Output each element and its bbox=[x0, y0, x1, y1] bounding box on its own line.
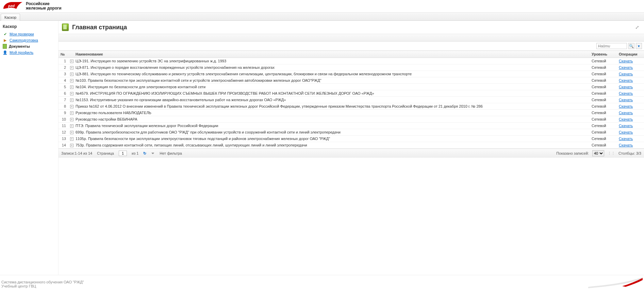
rzd-logo-icon: pzd bbox=[3, 1, 23, 11]
table-row[interactable]: 8+Приказ №162 от 4.06.2012 О внесении из… bbox=[59, 103, 644, 110]
col-header-ops[interactable]: Операции bbox=[617, 51, 644, 58]
table-row[interactable]: 1+ЦЭ-191. Инструкция по заземлению устро… bbox=[59, 58, 644, 64]
user-icon: 👤 bbox=[3, 50, 7, 55]
table-row[interactable]: 14+753р. Правила содержания контактной с… bbox=[59, 142, 644, 149]
expand-row-icon[interactable]: + bbox=[70, 98, 73, 102]
download-link[interactable]: Скачать bbox=[619, 72, 633, 76]
table-row[interactable]: 9+Руководство пользователя НАБЛЮДАТЕЛЬСе… bbox=[59, 110, 644, 116]
sidebar-item-profile[interactable]: 👤 Мой профиль bbox=[3, 49, 55, 56]
expand-row-icon[interactable]: + bbox=[70, 137, 73, 141]
row-level: Сетевой bbox=[590, 110, 617, 116]
row-num: 3 bbox=[59, 71, 68, 77]
row-name: ЦЭ-871. Инструкция о порядке восстановле… bbox=[73, 64, 590, 71]
expand-row-icon[interactable]: + bbox=[70, 60, 73, 63]
table-row[interactable]: 11+ПТЭ. Правила технической эксплуатации… bbox=[59, 123, 644, 129]
expand-row-icon[interactable]: + bbox=[70, 124, 73, 128]
col-header-expand bbox=[68, 51, 73, 58]
page-header: Главная страница ⤢ bbox=[59, 21, 644, 34]
row-num: 4 bbox=[59, 77, 68, 84]
download-link[interactable]: Скачать bbox=[619, 117, 633, 121]
expand-row-icon[interactable]: + bbox=[70, 111, 73, 115]
expand-row-icon[interactable]: + bbox=[70, 131, 73, 134]
table-row[interactable]: 6+№4579. ИНСТРУКЦИЯ ПО ОГРАЖДЕНИЮ ИЗОЛИР… bbox=[59, 90, 644, 97]
app-header: pzd Российские железные дороги bbox=[0, 0, 644, 13]
expand-row-icon[interactable]: + bbox=[70, 92, 73, 95]
download-link[interactable]: Скачать bbox=[619, 104, 633, 108]
download-link[interactable]: Скачать bbox=[619, 137, 633, 141]
download-link[interactable]: Скачать bbox=[619, 98, 633, 102]
row-level: Сетевой bbox=[590, 64, 617, 71]
page-footer: Система дистанционного обучения ОАО "РЖД… bbox=[0, 275, 644, 289]
expand-icon[interactable]: ⤢ bbox=[634, 25, 641, 30]
download-link[interactable]: Скачать bbox=[619, 143, 633, 147]
download-link[interactable]: Скачать bbox=[619, 59, 633, 63]
download-link[interactable]: Скачать bbox=[619, 130, 633, 134]
row-name: №104. Инструкция по безопасности для эле… bbox=[73, 84, 590, 90]
records-info: Записи:1-14 из 14 bbox=[61, 151, 92, 155]
row-name: ЦЭ-191. Инструкция по заземлению устройс… bbox=[73, 58, 590, 64]
page-size-select[interactable]: 40 bbox=[592, 150, 604, 156]
tab-kaskor[interactable]: Каскор bbox=[1, 14, 20, 21]
expand-row-icon[interactable]: + bbox=[70, 118, 73, 121]
table-footer: Записи:1-14 из 14 Страница из 1 ↻ ⏷ Нет … bbox=[59, 149, 644, 158]
expand-row-icon[interactable]: + bbox=[70, 73, 73, 76]
row-name: ПТЭ. Правила технической эксплуатации же… bbox=[73, 123, 590, 129]
sidebar-item-label: Документы bbox=[9, 44, 30, 48]
footer-line-1: Система дистанционного обучения ОАО "РЖД… bbox=[1, 280, 84, 284]
search-icon[interactable]: 🔍 bbox=[628, 43, 634, 49]
row-num: 10 bbox=[59, 116, 68, 123]
download-link[interactable]: Скачать bbox=[619, 111, 633, 115]
download-link[interactable]: Скачать bbox=[619, 91, 633, 95]
col-header-level[interactable]: Уровень bbox=[590, 51, 617, 58]
table-row[interactable]: 7+№1153. Инструктивные указания по орган… bbox=[59, 97, 644, 103]
sidebar: Каскор ✔ Мои проверки ▶ Самоподготовка Д… bbox=[0, 21, 59, 275]
columns-icon[interactable]: ⋮⋮ bbox=[608, 151, 615, 156]
row-level: Сетевой bbox=[590, 103, 617, 110]
table-row[interactable]: 13+1105р. Правила безопасности при экспл… bbox=[59, 136, 644, 142]
row-name: 753р. Правила содержания контактной сети… bbox=[73, 142, 590, 149]
row-level: Сетевой bbox=[590, 97, 617, 103]
expand-row-icon[interactable]: + bbox=[70, 86, 73, 89]
expand-row-icon[interactable]: + bbox=[70, 105, 73, 108]
search-row: 🔍 ▾ bbox=[59, 42, 644, 50]
table-row[interactable]: 2+ЦЭ-871. Инструкция о порядке восстанов… bbox=[59, 64, 644, 71]
row-level: Сетевой bbox=[590, 123, 617, 129]
page-label: Страница bbox=[97, 151, 114, 155]
row-name: 699р. Правила электробезопасности для ра… bbox=[73, 129, 590, 136]
download-link[interactable]: Скачать bbox=[619, 78, 633, 82]
col-header-num[interactable]: № bbox=[59, 51, 68, 58]
expand-row-icon[interactable]: + bbox=[70, 79, 73, 82]
tab-bar: Каскор bbox=[0, 13, 644, 21]
download-link[interactable]: Скачать bbox=[619, 124, 633, 128]
row-name: №1153. Инструктивные указания по организ… bbox=[73, 97, 590, 103]
col-header-name[interactable]: Наименование bbox=[73, 51, 590, 58]
sidebar-item-selfstudy[interactable]: ▶ Самоподготовка bbox=[3, 37, 55, 43]
table-row[interactable]: 3+ЦЭ-881. Инструкция по техническому обс… bbox=[59, 71, 644, 77]
expand-row-icon[interactable]: + bbox=[70, 144, 73, 147]
row-level: Сетевой bbox=[590, 58, 617, 64]
table-row[interactable]: 10+Руководство настройки ВЕБИНАРАСетевой… bbox=[59, 116, 644, 123]
download-link[interactable]: Скачать bbox=[619, 65, 633, 69]
sidebar-item-documents[interactable]: Документы bbox=[3, 43, 55, 49]
row-name: Руководство настройки ВЕБИНАРА bbox=[73, 116, 590, 123]
row-name: №4579. ИНСТРУКЦИЯ ПО ОГРАЖДЕНИЮ ИЗОЛИРУЮ… bbox=[73, 90, 590, 97]
filter-icon: ⏷ bbox=[151, 151, 155, 155]
row-num: 6 bbox=[59, 90, 68, 97]
expand-row-icon[interactable]: + bbox=[70, 66, 73, 69]
search-input[interactable] bbox=[596, 43, 627, 49]
download-link[interactable]: Скачать bbox=[619, 85, 633, 89]
play-icon: ▶ bbox=[3, 38, 7, 43]
no-filter-label: Нет фильтра bbox=[160, 151, 182, 155]
row-level: Сетевой bbox=[590, 136, 617, 142]
search-options-icon[interactable]: ▾ bbox=[636, 43, 642, 49]
refresh-icon[interactable]: ↻ bbox=[143, 151, 146, 156]
sidebar-item-tests[interactable]: ✔ Мои проверки bbox=[3, 31, 55, 37]
table-row[interactable]: 5+№104. Инструкция по безопасности для э… bbox=[59, 84, 644, 90]
table-row[interactable]: 12+699р. Правила электробезопасности для… bbox=[59, 129, 644, 136]
documents-table: № Наименование Уровень Операции 1+ЦЭ-191… bbox=[59, 50, 644, 149]
columns-info[interactable]: Столбцы: 3/3 bbox=[618, 151, 641, 155]
row-num: 13 bbox=[59, 136, 68, 142]
page-input[interactable] bbox=[119, 151, 127, 156]
row-name: 1105р. Правила безопасности при эксплуат… bbox=[73, 136, 590, 142]
table-row[interactable]: 4+№103. Правила безопасности при эксплуа… bbox=[59, 77, 644, 84]
